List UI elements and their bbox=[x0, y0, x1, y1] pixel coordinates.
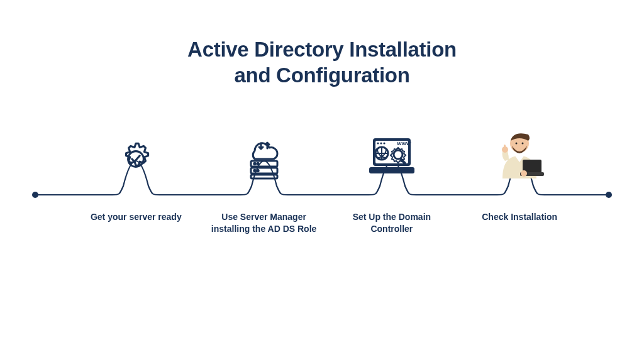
cloud-server-icon bbox=[242, 134, 286, 180]
svg-point-9 bbox=[257, 170, 258, 171]
svg-point-13 bbox=[377, 142, 379, 144]
svg-point-23 bbox=[516, 143, 518, 145]
step-3-label: Set Up the Domain Controller bbox=[338, 211, 445, 235]
page-title: Active Directory Installation and Config… bbox=[0, 0, 644, 89]
title-line-2: and Configuration bbox=[234, 63, 409, 87]
svg-point-27 bbox=[521, 170, 527, 177]
step-1-icon-wrap bbox=[108, 131, 164, 180]
svg-text:WWW: WWW bbox=[397, 141, 411, 146]
person-laptop-icon bbox=[491, 124, 548, 180]
step-1-label: Get your server ready bbox=[82, 211, 189, 223]
laptop-www-icon: WWW bbox=[367, 134, 417, 180]
svg-point-14 bbox=[380, 142, 382, 144]
step-2-label: Use Server Manager installing the AD DS … bbox=[211, 211, 318, 235]
svg-rect-21 bbox=[504, 145, 506, 150]
title-line-1: Active Directory Installation bbox=[187, 38, 457, 61]
svg-rect-5 bbox=[251, 175, 277, 178]
svg-point-15 bbox=[383, 142, 385, 144]
gear-check-icon bbox=[115, 138, 157, 180]
step-3-icon-wrap: WWW bbox=[364, 131, 420, 180]
svg-rect-11 bbox=[369, 167, 414, 173]
step-icons: WWW bbox=[31, 131, 613, 181]
step-2-icon-wrap bbox=[236, 131, 292, 180]
svg-point-24 bbox=[522, 143, 524, 145]
svg-point-8 bbox=[253, 170, 255, 171]
svg-point-7 bbox=[257, 163, 258, 164]
step-4-icon-wrap bbox=[491, 131, 548, 180]
svg-point-6 bbox=[253, 163, 255, 164]
step-4-label: Check Installation bbox=[466, 211, 573, 223]
